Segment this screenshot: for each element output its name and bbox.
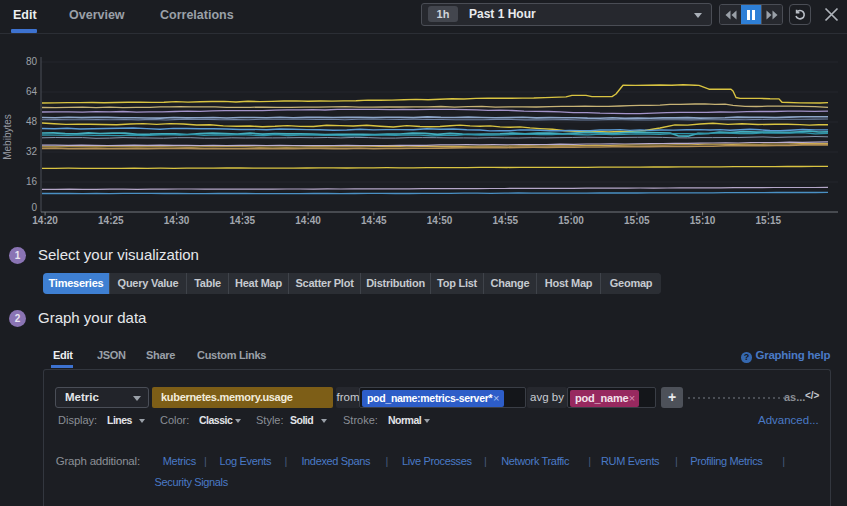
svg-text:14:20: 14:20 [32,215,58,226]
svg-text:14:25: 14:25 [98,215,124,226]
svg-text:80: 80 [26,56,38,67]
svg-text:16: 16 [26,176,38,187]
svg-text:14:35: 14:35 [230,215,256,226]
svg-text:15:00: 15:00 [558,215,584,226]
svg-text:14:40: 14:40 [295,215,321,226]
svg-text:0: 0 [31,202,37,213]
svg-text:14:55: 14:55 [493,215,519,226]
svg-text:Mebibytes: Mebibytes [2,114,13,160]
svg-text:15:15: 15:15 [756,215,782,226]
svg-text:64: 64 [26,86,38,97]
svg-text:15:10: 15:10 [690,215,716,226]
svg-text:32: 32 [26,146,38,157]
svg-text:48: 48 [26,116,38,127]
svg-text:15:05: 15:05 [624,215,650,226]
svg-text:14:50: 14:50 [427,215,453,226]
svg-text:14:30: 14:30 [164,215,190,226]
svg-text:14:45: 14:45 [361,215,387,226]
